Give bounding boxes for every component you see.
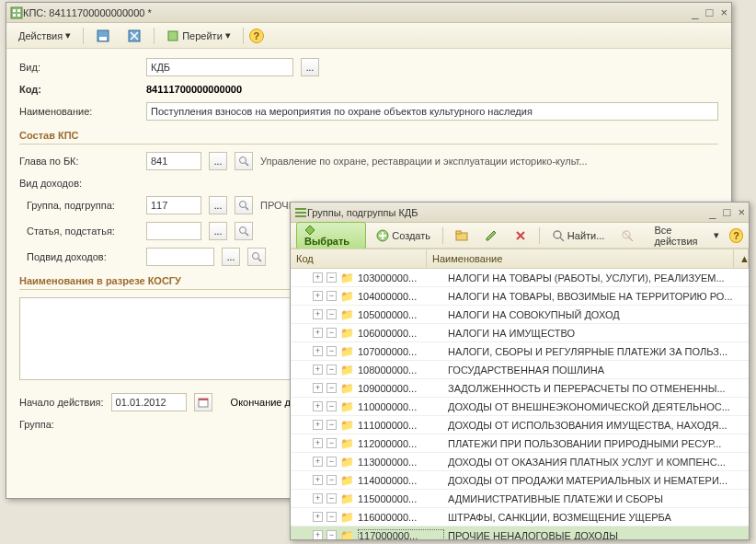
vid-input[interactable]: [146, 58, 293, 76]
maximize-button[interactable]: □: [706, 6, 714, 19]
collapse-icon[interactable]: −: [326, 309, 337, 319]
kps-titlebar[interactable]: КПС: 84111700000000000 * _ □ ×: [6, 3, 731, 23]
glava-input[interactable]: [146, 152, 201, 170]
grp-search[interactable]: [235, 196, 253, 214]
table-row[interactable]: +−📁116000000...ШТРАФЫ, САНКЦИИ, ВОЗМЕЩЕН…: [291, 508, 749, 527]
expand-icon[interactable]: +: [313, 346, 323, 356]
row-code: 106000000...: [358, 328, 444, 339]
table-row[interactable]: +−📁105000000...НАЛОГИ НА СОВОКУПНЫЙ ДОХО…: [291, 306, 749, 324]
col-code[interactable]: Код: [291, 249, 427, 268]
collapse-icon[interactable]: −: [326, 383, 337, 393]
table-row[interactable]: +−📁108000000...ГОСУДАРСТВЕННАЯ ПОШЛИНА: [291, 361, 749, 379]
collapse-icon[interactable]: −: [326, 365, 337, 375]
help-icon[interactable]: ?: [729, 228, 743, 243]
close-button[interactable]: ×: [738, 205, 745, 219]
table-row[interactable]: +−📁115000000...АДМИНИСТРАТИВНЫЕ ПЛАТЕЖИ …: [291, 490, 749, 508]
table-row[interactable]: +−📁114000000...ДОХОДЫ ОТ ПРОДАЖИ МАТЕРИА…: [291, 471, 749, 490]
expand-icon[interactable]: +: [313, 512, 323, 522]
folder-new-icon[interactable]: [449, 226, 475, 245]
row-name: ПЛАТЕЖИ ПРИ ПОЛЬЗОВАНИИ ПРИРОДНЫМИ РЕСУР…: [444, 438, 749, 449]
expand-icon[interactable]: +: [313, 328, 323, 338]
collapse-icon[interactable]: −: [326, 475, 337, 485]
stat-search[interactable]: [235, 222, 253, 240]
expand-icon[interactable]: +: [313, 475, 323, 485]
scroll-up-icon[interactable]: ▲: [734, 249, 749, 268]
collapse-icon[interactable]: −: [326, 272, 337, 283]
select-button[interactable]: Выбрать: [296, 222, 366, 249]
glava-lookup[interactable]: ...: [209, 152, 227, 170]
stat-lookup[interactable]: ...: [209, 222, 227, 240]
collapse-icon[interactable]: −: [326, 291, 337, 301]
expand-icon[interactable]: +: [313, 272, 323, 283]
expand-icon[interactable]: +: [313, 493, 323, 503]
expand-icon[interactable]: +: [313, 383, 323, 393]
find-clear-icon[interactable]: [614, 226, 640, 245]
collapse-icon[interactable]: −: [326, 530, 337, 539]
minimize-button[interactable]: _: [692, 6, 698, 19]
svg-line-10: [246, 163, 248, 166]
close-button[interactable]: ×: [720, 6, 727, 19]
start-input[interactable]: [111, 393, 187, 411]
table-row[interactable]: +−📁112000000...ПЛАТЕЖИ ПРИ ПОЛЬЗОВАНИИ П…: [291, 434, 749, 453]
collapse-icon[interactable]: −: [326, 457, 337, 467]
table-row[interactable]: +−📁109000000...ЗАДОЛЖЕННОСТЬ И ПЕРЕРАСЧЕ…: [291, 379, 749, 398]
actions-menu[interactable]: Действия ▾: [12, 27, 77, 44]
table-row[interactable]: +−📁107000000...НАЛОГИ, СБОРЫ И РЕГУЛЯРНЫ…: [291, 342, 749, 361]
expand-icon[interactable]: +: [313, 530, 323, 539]
collapse-icon[interactable]: −: [326, 328, 337, 338]
kps-title: КПС: 84111700000000000 *: [23, 7, 692, 18]
minimize-button[interactable]: _: [709, 205, 716, 219]
row-code: 107000000...: [358, 346, 444, 357]
expand-icon[interactable]: +: [313, 401, 323, 411]
collapse-icon[interactable]: −: [326, 438, 337, 448]
goto-menu[interactable]: Перейти ▾: [160, 27, 237, 45]
vid-lookup[interactable]: ...: [301, 58, 319, 76]
col-name[interactable]: Наименование: [427, 249, 734, 268]
collapse-icon[interactable]: −: [326, 493, 337, 503]
stat-input[interactable]: [146, 222, 201, 240]
expand-icon[interactable]: +: [313, 420, 323, 430]
grp-lookup[interactable]: ...: [209, 196, 227, 214]
glava-search[interactable]: [235, 152, 253, 170]
expand-icon[interactable]: +: [313, 291, 323, 301]
expand-icon[interactable]: +: [313, 365, 323, 375]
table-row[interactable]: +−📁106000000...НАЛОГИ НА ИМУЩЕСТВО: [291, 324, 749, 342]
help-icon[interactable]: ?: [249, 29, 264, 43]
table-row[interactable]: +−📁117000000...ПРОЧИЕ НЕНАЛОГОВЫЕ ДОХОДЫ: [291, 527, 749, 539]
create-button[interactable]: Создать: [370, 226, 437, 245]
all-actions-menu[interactable]: Все действия ▾: [647, 222, 726, 249]
folder-icon: 📁: [340, 474, 354, 487]
find-button[interactable]: Найти...: [545, 226, 612, 245]
podvid-lookup[interactable]: ...: [222, 248, 240, 266]
table-row[interactable]: +−📁103000000...НАЛОГИ НА ТОВАРЫ (РАБОТЫ,…: [291, 269, 749, 287]
vid-label: Вид:: [19, 62, 139, 73]
stat-label: Статья, подстатья:: [19, 226, 139, 237]
save-icon[interactable]: [89, 26, 117, 46]
collapse-icon[interactable]: −: [326, 401, 337, 411]
podvid-input[interactable]: [146, 248, 214, 266]
maximize-button[interactable]: □: [724, 205, 731, 219]
groups-title: Группы, подгруппы КДБ: [307, 207, 709, 218]
expand-icon[interactable]: +: [313, 457, 323, 467]
collapse-icon[interactable]: −: [326, 420, 337, 430]
collapse-icon[interactable]: −: [326, 346, 337, 356]
naim-input[interactable]: [146, 102, 718, 121]
svg-rect-3: [13, 14, 16, 17]
table-row[interactable]: +−📁104000000...НАЛОГИ НА ТОВАРЫ, ВВОЗИМЫ…: [291, 287, 749, 306]
row-name: ДОХОДЫ ОТ ИСПОЛЬЗОВАНИЯ ИМУЩЕСТВА, НАХОД…: [444, 420, 749, 431]
start-datepick[interactable]: [194, 393, 212, 411]
table-row[interactable]: +−📁110000000...ДОХОДЫ ОТ ВНЕШНЕЭКОНОМИЧЕ…: [291, 398, 749, 416]
expand-icon[interactable]: +: [313, 309, 323, 319]
row-code: 103000000...: [358, 272, 444, 284]
chevron-down-icon: ▾: [714, 229, 719, 241]
podvid-search[interactable]: [247, 248, 266, 266]
collapse-icon[interactable]: −: [326, 512, 337, 522]
save-close-icon[interactable]: [120, 26, 148, 46]
table-row[interactable]: +−📁111000000...ДОХОДЫ ОТ ИСПОЛЬЗОВАНИЯ И…: [291, 416, 749, 434]
groups-titlebar[interactable]: Группы, подгруппы КДБ _ □ ×: [291, 203, 749, 223]
delete-icon[interactable]: [508, 226, 533, 245]
grp-input[interactable]: [146, 196, 201, 214]
table-row[interactable]: +−📁113000000...ДОХОДЫ ОТ ОКАЗАНИЯ ПЛАТНЫ…: [291, 453, 749, 471]
expand-icon[interactable]: +: [313, 438, 323, 448]
edit-icon[interactable]: [478, 226, 504, 245]
